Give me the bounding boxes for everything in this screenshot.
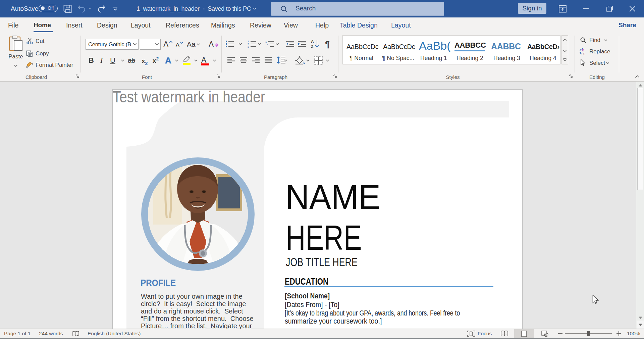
svg-text:A: A <box>311 39 314 44</box>
svg-text:3: 3 <box>248 45 249 48</box>
svg-text:Z: Z <box>311 44 313 49</box>
svg-text:c: c <box>583 51 585 56</box>
svg-text:i: i <box>267 46 267 48</box>
